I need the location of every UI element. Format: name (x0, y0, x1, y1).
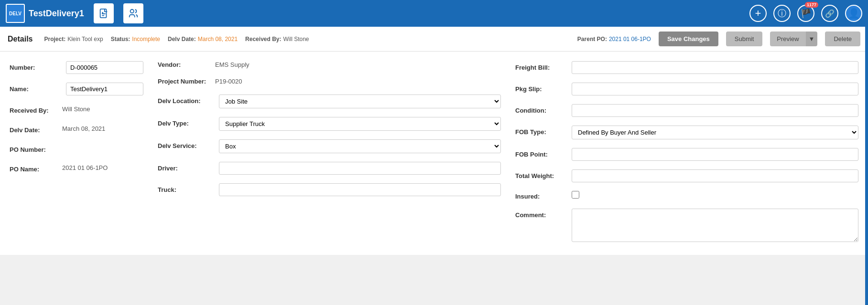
side-scroll-bar[interactable] (865, 27, 868, 255)
name-input[interactable] (66, 83, 143, 95)
status-label: Status: (111, 36, 130, 42)
project-number-row: Project Number: P19-0020 (158, 78, 501, 85)
delv-type-label: Delv Type: (158, 117, 215, 127)
add-button[interactable]: + (749, 5, 767, 22)
delv-location-row: Delv Location: Job Site Warehouse Other (158, 95, 501, 108)
fob-type-row: FOB Type: Defined By Buyer And Seller Or… (515, 126, 858, 139)
project-number-label: Project Number: (158, 78, 215, 85)
app-title: TestDelivery1 (29, 9, 84, 19)
parent-po-meta: Parent PO: 2021 01 06-1PO (577, 36, 651, 42)
preview-button[interactable]: Preview (770, 32, 805, 46)
delv-date-value: March 08, 2021 (198, 36, 238, 42)
parent-po-label: Parent PO: (577, 36, 607, 42)
link-button[interactable]: 🔗 (821, 5, 838, 22)
name-label: Name: (10, 83, 62, 93)
delv-date-label: Delv Date: (168, 36, 196, 42)
nav-right: + ⓘ 🏴 1177 🔗 👤 (749, 5, 862, 22)
comment-textarea[interactable] (572, 209, 858, 242)
delv-type-row: Delv Type: Supplier Truck Company Truck … (158, 117, 501, 131)
po-name-value: 2021 01 06-1PO (62, 164, 108, 171)
project-value: Klein Tool exp (67, 36, 103, 42)
preview-button-group: Preview ▼ (770, 32, 817, 46)
delv-date-row: Delv Date: March 08, 2021 (10, 124, 143, 134)
number-input[interactable] (66, 61, 143, 74)
received-by-row: Received By: Will Stone (10, 104, 143, 114)
status-value: Incomplete (132, 36, 160, 42)
fob-point-row: FOB Point: (515, 148, 858, 161)
condition-row: Condition: (515, 104, 858, 117)
received-by-value: Will Stone (283, 36, 309, 42)
total-weight-label: Total Weight: (515, 169, 568, 179)
received-by-value-left: Will Stone (62, 105, 90, 113)
fob-type-label: FOB Type: (515, 126, 568, 136)
left-column: Number: Name: Received By: Will Stone De… (10, 59, 143, 247)
delv-location-select[interactable]: Job Site Warehouse Other (219, 95, 501, 108)
truck-row: Truck: (158, 183, 501, 196)
pkg-slip-input[interactable] (572, 83, 858, 95)
freight-bill-row: Freight Bill: (515, 61, 858, 74)
middle-column: Vendor: EMS Supply Project Number: P19-0… (158, 59, 501, 247)
vendor-row: Vendor: EMS Supply (158, 61, 501, 68)
flag-button-wrapper: 🏴 1177 (797, 5, 814, 22)
comment-label: Comment: (515, 209, 568, 219)
delv-location-label: Delv Location: (158, 95, 215, 105)
insured-checkbox[interactable] (572, 191, 579, 199)
delv-service-label: Delv Service: (158, 139, 215, 149)
freight-bill-input[interactable] (572, 61, 858, 74)
po-number-label: PO Number: (10, 143, 62, 153)
svg-point-3 (130, 10, 133, 13)
project-label: Project: (44, 36, 65, 42)
delv-date-label-left: Delv Date: (10, 124, 62, 134)
logo-icon: DELV (6, 4, 25, 23)
status-meta: Status: Incomplete (111, 36, 160, 42)
users-nav-button[interactable] (123, 3, 143, 23)
delv-service-row: Delv Service: Box Pallet Other (158, 139, 501, 153)
truck-label: Truck: (158, 183, 215, 193)
pkg-slip-label: Pkg Slip: (515, 83, 568, 93)
received-by-label: Received By: (245, 36, 281, 42)
received-by-meta: Received By: Will Stone (245, 36, 309, 42)
preview-dropdown-button[interactable]: ▼ (806, 32, 818, 46)
vendor-label: Vendor: (158, 61, 215, 68)
insured-row: Insured: (515, 191, 858, 200)
project-number-value: P19-0020 (215, 78, 242, 85)
driver-label: Driver: (158, 162, 215, 172)
submit-button[interactable]: Submit (726, 32, 762, 46)
delv-type-select[interactable]: Supplier Truck Company Truck Will Call (219, 117, 501, 131)
logo-block: DELV TestDelivery1 (6, 4, 84, 23)
delv-date-value-left: March 08, 2021 (62, 125, 105, 132)
details-bar: Details Project: Klein Tool exp Status: … (0, 27, 868, 52)
total-weight-row: Total Weight: (515, 169, 858, 182)
driver-input[interactable] (219, 162, 501, 175)
top-nav: DELV TestDelivery1 + ⓘ 🏴 1177 🔗 👤 (0, 0, 868, 27)
name-field-row: Name: (10, 83, 143, 95)
condition-label: Condition: (515, 104, 568, 114)
total-weight-input[interactable] (572, 169, 858, 182)
main-content: Number: Name: Received By: Will Stone De… (0, 52, 868, 255)
project-meta: Project: Klein Tool exp (44, 36, 103, 42)
pkg-slip-row: Pkg Slip: (515, 83, 858, 95)
comment-row: Comment: (515, 209, 858, 243)
delete-button[interactable]: Delete (825, 32, 860, 46)
details-title: Details (8, 35, 33, 43)
document-nav-button[interactable] (94, 3, 114, 23)
received-by-label-left: Received By: (10, 104, 62, 114)
save-changes-button[interactable]: Save Changes (659, 32, 718, 46)
delv-service-select[interactable]: Box Pallet Other (219, 139, 501, 153)
truck-input[interactable] (219, 183, 501, 196)
driver-row: Driver: (158, 162, 501, 175)
delv-date-meta: Delv Date: March 08, 2021 (168, 36, 238, 42)
avatar-button[interactable]: 👤 (845, 5, 862, 22)
fob-type-select[interactable]: Defined By Buyer And Seller Origin Desti… (572, 126, 858, 139)
po-name-label: PO Name: (10, 163, 62, 173)
freight-bill-label: Freight Bill: (515, 61, 568, 71)
parent-po-value[interactable]: 2021 01 06-1PO (609, 36, 651, 42)
number-label: Number: (10, 61, 62, 71)
fob-point-input[interactable] (572, 148, 858, 161)
vendor-value: EMS Supply (215, 61, 250, 68)
condition-input[interactable] (572, 104, 858, 117)
number-field-row: Number: (10, 61, 143, 74)
right-column: Freight Bill: Pkg Slip: Condition: FOB T… (515, 59, 858, 247)
info-button[interactable]: ⓘ (773, 5, 791, 22)
po-name-row: PO Name: 2021 01 06-1PO (10, 163, 143, 173)
